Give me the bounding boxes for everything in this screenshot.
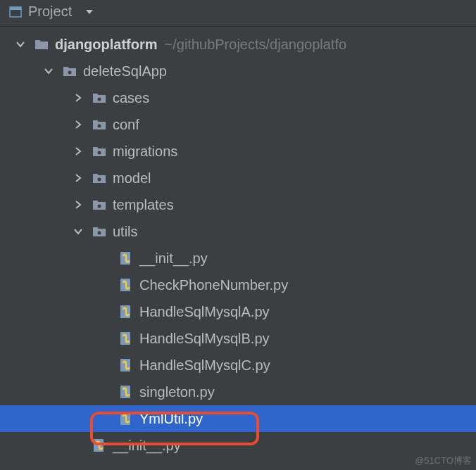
package-folder-icon	[62, 63, 77, 79]
svg-point-3	[98, 98, 101, 101]
svg-point-8	[98, 231, 101, 235]
python-file-icon	[118, 304, 134, 319]
tree-file-singleton[interactable]: singleton.py	[0, 379, 476, 405]
file-label: HandleSqlMysqlB.py	[139, 331, 270, 347]
svg-rect-1	[10, 7, 21, 10]
chevron-right-icon[interactable]	[72, 118, 84, 131]
file-label: __init__.py	[139, 250, 208, 267]
node-label: migrations	[113, 144, 177, 160]
chevron-right-icon[interactable]	[72, 91, 84, 104]
tree-node-cases[interactable]: cases	[0, 84, 476, 111]
chevron-right-icon[interactable]	[72, 198, 84, 211]
node-label: conf	[113, 117, 139, 133]
tree-node-templates[interactable]: templates	[0, 191, 476, 218]
package-folder-icon	[92, 170, 107, 186]
tree-file-handlec[interactable]: HandleSqlMysqlC.py	[0, 352, 476, 379]
python-file-icon	[92, 438, 107, 453]
tree-file-init2[interactable]: __init__.py	[0, 432, 476, 459]
project-toolbar: Project	[0, 0, 476, 27]
project-tree: djangoplatform ~/githubProjects/djangopl…	[0, 27, 476, 463]
tree-file-handleb[interactable]: HandleSqlMysqlB.py	[0, 325, 476, 352]
tree-node-migrations[interactable]: migrations	[0, 138, 476, 165]
tree-file-checkphone[interactable]: CheckPhoneNumber.py	[0, 272, 476, 298]
chevron-down-icon[interactable]	[14, 38, 27, 51]
folder-icon	[34, 37, 49, 52]
node-label: templates	[113, 197, 174, 213]
chevron-down-icon[interactable]	[72, 225, 84, 238]
tree-file-handlea[interactable]: HandleSqlMysqlA.py	[0, 298, 476, 325]
tree-node-conf[interactable]: conf	[0, 111, 476, 138]
node-label: cases	[113, 90, 149, 106]
file-label: CheckPhoneNumber.py	[139, 277, 288, 293]
python-file-icon	[118, 277, 134, 293]
python-file-icon	[118, 357, 134, 373]
tree-node-deleteSqlApp[interactable]: deleteSqlApp	[0, 58, 476, 84]
node-path: ~/githubProjects/djangoplatfo	[165, 37, 347, 53]
chevron-right-icon[interactable]	[72, 172, 84, 184]
project-label[interactable]: Project	[28, 4, 72, 20]
file-label: HandleSqlMysqlA.py	[139, 304, 270, 320]
node-label: model	[113, 170, 151, 186]
file-label: singleton.py	[139, 384, 215, 400]
svg-point-4	[98, 125, 101, 128]
node-label: deleteSqlApp	[83, 63, 167, 80]
dropdown-arrow-icon[interactable]	[84, 7, 94, 17]
svg-point-6	[98, 178, 101, 182]
package-folder-icon	[92, 144, 107, 159]
python-file-icon	[118, 411, 134, 426]
svg-point-2	[68, 71, 72, 75]
file-label: __init__.py	[113, 438, 181, 454]
tree-file-ymlutil[interactable]: YmlUtil.py	[0, 405, 476, 432]
chevron-down-icon[interactable]	[42, 65, 55, 77]
package-folder-icon	[92, 224, 107, 239]
package-folder-icon	[92, 197, 107, 212]
svg-point-7	[98, 205, 101, 208]
watermark: @51CTO博客	[415, 455, 472, 467]
project-view-icon	[8, 5, 23, 19]
file-label: HandleSqlMysqlC.py	[139, 357, 270, 374]
python-file-icon	[118, 331, 134, 346]
chevron-right-icon[interactable]	[72, 145, 84, 158]
python-file-icon	[118, 250, 134, 266]
svg-point-5	[98, 151, 101, 155]
node-label: djangoplatform	[55, 37, 158, 53]
tree-node-model[interactable]: model	[0, 165, 476, 191]
python-file-icon	[118, 384, 134, 400]
tree-file-init[interactable]: __init__.py	[0, 245, 476, 272]
package-folder-icon	[92, 90, 107, 106]
node-label: utils	[113, 224, 138, 240]
tree-node-utils[interactable]: utils	[0, 218, 476, 245]
package-folder-icon	[92, 117, 107, 132]
file-label: YmlUtil.py	[139, 411, 203, 427]
tree-node-root[interactable]: djangoplatform ~/githubProjects/djangopl…	[0, 31, 476, 58]
